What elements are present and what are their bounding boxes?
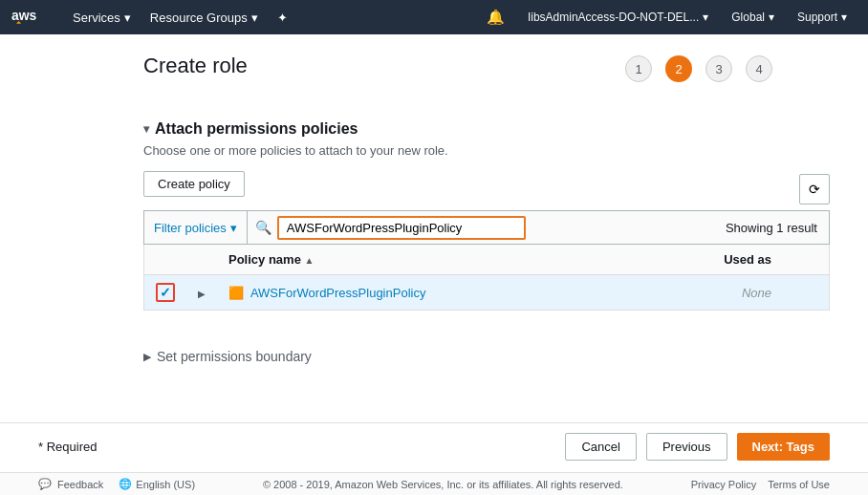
table-header-row: Policy name ▲ Used as xyxy=(144,245,830,275)
section-description: Choose one or more policies to attach to… xyxy=(143,143,830,158)
search-container: 🔍 xyxy=(248,216,726,240)
create-policy-button[interactable]: Create policy xyxy=(143,171,245,197)
chevron-down-icon: ▾ xyxy=(124,11,131,25)
expand-arrow-icon[interactable]: ▶ xyxy=(198,289,206,299)
filter-policies-dropdown[interactable]: Filter policies ▾ xyxy=(144,211,248,244)
checkmark-icon: ✓ xyxy=(160,285,171,300)
globe-icon: 🌐 xyxy=(119,478,132,490)
policy-type-icon: 🟧 xyxy=(228,286,244,300)
refresh-button[interactable]: ⟳ xyxy=(799,174,830,204)
expand-header xyxy=(186,245,217,275)
used-as-header: Used as xyxy=(617,245,829,275)
footer-left: 💬 Feedback 🌐 English (US) xyxy=(38,478,195,490)
services-menu[interactable]: Services ▾ xyxy=(63,0,141,34)
step-4: 4 xyxy=(746,55,772,82)
terms-of-use-link[interactable]: Terms of Use xyxy=(768,479,830,490)
sort-icon: ▲ xyxy=(305,255,315,266)
next-button[interactable]: Next: Tags xyxy=(737,433,831,461)
chevron-down-icon: ▾ xyxy=(251,11,258,25)
notifications-bell[interactable]: 🔔 xyxy=(477,0,514,34)
section-arrow-icon: ▾ xyxy=(143,122,149,136)
step-3: 3 xyxy=(705,55,732,82)
footer-info: 💬 Feedback 🌐 English (US) © 2008 - 2019,… xyxy=(0,472,868,495)
privacy-policy-link[interactable]: Privacy Policy xyxy=(691,479,756,490)
expand-cell[interactable]: ▶ xyxy=(186,275,217,311)
step-2: 2 xyxy=(665,55,692,82)
filter-chevron-icon: ▾ xyxy=(230,221,237,235)
permissions-boundary-section[interactable]: ▶ Set permissions boundary xyxy=(143,349,830,364)
cancel-button[interactable]: Cancel xyxy=(565,433,636,461)
chevron-down-icon: ▾ xyxy=(703,11,708,24)
chat-icon: 💬 xyxy=(38,478,52,490)
top-navigation: aws Services ▾ Resource Groups ▾ ✦ 🔔 Iib… xyxy=(0,0,868,34)
step-1: 1 xyxy=(625,55,652,82)
filter-row: Filter policies ▾ 🔍 Showing 1 result xyxy=(143,210,830,245)
bookmark-icon-btn[interactable]: ✦ xyxy=(268,0,297,34)
svg-text:aws: aws xyxy=(11,8,37,23)
search-input[interactable] xyxy=(277,216,526,240)
account-menu[interactable]: IibsAdminAccess-DO-NOT-DEL... ▾ xyxy=(518,0,718,34)
checkbox-cell[interactable]: ✓ xyxy=(144,275,187,311)
permissions-arrow-icon: ▶ xyxy=(143,351,151,363)
table-row: ✓ ▶ 🟧 AWSForWordPressPluginPolicy None xyxy=(144,275,830,311)
bell-icon: 🔔 xyxy=(487,9,505,26)
aws-logo[interactable]: aws xyxy=(11,6,48,29)
policy-name-cell: 🟧 AWSForWordPressPluginPolicy xyxy=(217,275,617,311)
required-note: * Required xyxy=(38,440,97,454)
resource-groups-menu[interactable]: Resource Groups ▾ xyxy=(141,0,268,34)
copyright: © 2008 - 2019, Amazon Web Services, Inc.… xyxy=(263,479,623,490)
policy-table: Policy name ▲ Used as ✓ ▶ 🟧 AWSForWord xyxy=(143,245,830,311)
result-count: Showing 1 result xyxy=(726,221,829,235)
search-icon: 🔍 xyxy=(255,220,271,235)
chevron-down-icon: ▾ xyxy=(841,11,847,24)
used-as-cell: None xyxy=(617,275,829,311)
language-section[interactable]: 🌐 English (US) xyxy=(119,478,195,490)
policy-name-header: Policy name ▲ xyxy=(217,245,617,275)
checkbox-header xyxy=(144,245,187,275)
footer-links: Privacy Policy Terms of Use xyxy=(691,479,830,490)
support-menu[interactable]: Support ▾ xyxy=(788,0,857,34)
bottom-actions: Cancel Previous Next: Tags xyxy=(565,433,830,461)
section-header: ▾ Attach permissions policies xyxy=(143,120,830,138)
feedback-section[interactable]: 💬 Feedback xyxy=(38,478,103,490)
policy-checkbox[interactable]: ✓ xyxy=(156,283,175,302)
policy-name-link[interactable]: AWSForWordPressPluginPolicy xyxy=(250,286,426,300)
bookmark-icon: ✦ xyxy=(277,11,288,25)
region-menu[interactable]: Global ▾ xyxy=(722,0,784,34)
refresh-icon: ⟳ xyxy=(809,182,820,197)
previous-button[interactable]: Previous xyxy=(646,433,727,461)
chevron-down-icon: ▾ xyxy=(769,11,774,24)
footer-actions: * Required Cancel Previous Next: Tags xyxy=(0,422,868,470)
